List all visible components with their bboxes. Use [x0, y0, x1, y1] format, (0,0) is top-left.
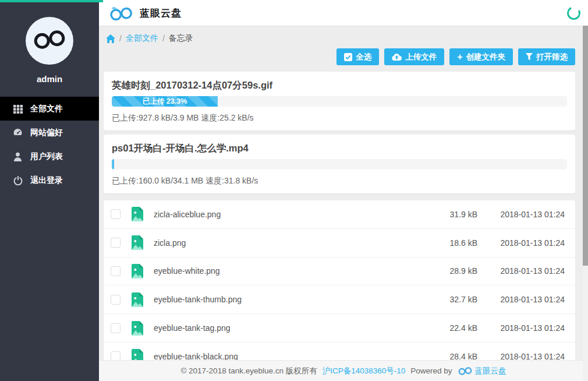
sidebar-item-label: 用户列表	[30, 151, 63, 162]
file-name[interactable]: eyeblue-white.png	[154, 266, 413, 276]
vertical-scrollbar[interactable]	[583, 26, 588, 381]
image-file-icon	[132, 292, 143, 307]
sidebar-item-label: 网站偏好	[30, 128, 63, 138]
upload-progress-bar: 已上传 0.5%	[112, 159, 567, 170]
select-all-button[interactable]: 全选	[336, 48, 379, 65]
upload-filename: ps01开场白-开场白.怎么学.mp4	[112, 142, 567, 154]
upload-card: ps01开场白-开场白.怎么学.mp4 已上传 0.5% 已上传:160.0 k…	[104, 135, 575, 193]
user-icon	[13, 151, 23, 161]
upload-file-button[interactable]: 上传文件	[384, 48, 444, 65]
image-file-icon	[132, 264, 143, 278]
sidebar-item-label: 全部文件	[30, 104, 63, 114]
footer-brand-link[interactable]: 蓝眼云盘	[475, 366, 506, 376]
progress-label: 已上传 0.5%	[113, 160, 114, 170]
row-checkbox[interactable]	[111, 295, 121, 305]
file-date: 2018-01-13 01:24	[477, 238, 565, 248]
file-name[interactable]: zicla.png	[154, 238, 413, 248]
file-size: 22.4 kB	[413, 323, 477, 333]
file-row[interactable]: zicla.png 18.6 kB 2018-01-13 01:24	[104, 229, 575, 257]
filter-icon	[526, 53, 533, 61]
file-name[interactable]: zicla-aliceblue.png	[154, 210, 413, 219]
toolbar: 全选 上传文件 + 创建文件夹 打开筛选	[104, 48, 575, 65]
app-logo-icon	[108, 5, 134, 20]
file-row[interactable]: zicla-aliceblue.png 31.9 kB 2018-01-13 0…	[104, 200, 575, 229]
file-name[interactable]: eyeblue-tank-thumb.png	[154, 295, 413, 304]
row-checkbox[interactable]	[111, 266, 121, 276]
file-list: zicla-aliceblue.png 31.9 kB 2018-01-13 0…	[104, 200, 575, 371]
power-icon	[13, 175, 23, 185]
main-content: / 全部文件 / 备忘录 全选 上传文件 + 创建文件夹 打开筛选	[99, 26, 588, 381]
cloud-upload-icon	[392, 53, 402, 61]
home-icon[interactable]	[106, 34, 115, 43]
upload-stats: 已上传:927.8 kB/3.9 MB 速度:25.2 kB/s	[112, 113, 567, 124]
file-row[interactable]: eyeblue-white.png 28.9 kB 2018-01-13 01:…	[104, 257, 575, 286]
sidebar-item-user-list[interactable]: 用户列表	[0, 144, 99, 168]
breadcrumb-separator: /	[162, 34, 165, 43]
powered-by-text: Powered by	[410, 366, 452, 375]
button-label: 打开筛选	[536, 52, 568, 62]
button-label: 上传文件	[405, 52, 437, 62]
button-label: 创建文件夹	[466, 52, 506, 62]
scrollbar-thumb[interactable]	[583, 26, 588, 266]
grid-icon	[13, 104, 23, 114]
copyright-text: © 2017-2018 tank.eyeblue.cn 版权所有	[180, 366, 317, 376]
image-file-icon	[132, 235, 143, 250]
sidebar-item-all-files[interactable]: 全部文件	[0, 97, 99, 121]
avatar	[26, 17, 73, 65]
file-name[interactable]: eyeblue-tank-tag.png	[154, 323, 413, 333]
breadcrumb-all-files[interactable]: 全部文件	[126, 33, 158, 44]
create-folder-button[interactable]: + 创建文件夹	[449, 48, 513, 65]
sidebar-item-logout[interactable]: 退出登录	[0, 168, 99, 192]
file-row[interactable]: eyeblue-tank-thumb.png 32.7 kB 2018-01-1…	[104, 285, 575, 314]
sidebar-item-site-preferences[interactable]: 网站偏好	[0, 121, 99, 144]
button-label: 全选	[356, 52, 371, 62]
open-filter-button[interactable]: 打开筛选	[518, 48, 575, 65]
plus-icon: +	[457, 52, 462, 62]
file-row[interactable]: eyeblue-tank-tag.png 22.4 kB 2018-01-13 …	[104, 314, 575, 343]
sidebar: admin 全部文件 网站偏好 用户列表 退出登录	[0, 0, 99, 381]
file-date: 2018-01-13 01:24	[477, 323, 565, 333]
upload-stats: 已上传:160.0 kB/34.1 MB 速度:31.8 kB/s	[112, 176, 567, 186]
sidebar-item-label: 退出登录	[30, 175, 63, 186]
file-date: 2018-01-13 01:24	[477, 295, 565, 304]
file-date: 2018-01-13 01:24	[477, 210, 565, 219]
check-square-icon	[344, 53, 352, 61]
footer: © 2017-2018 tank.eyeblue.cn 版权所有 沪ICP备14…	[99, 360, 588, 381]
breadcrumb-current: 备忘录	[169, 33, 193, 44]
loading-progress-bar	[0, 0, 103, 2]
row-checkbox[interactable]	[111, 323, 121, 333]
breadcrumb: / 全部文件 / 备忘录	[106, 33, 575, 44]
sidebar-menu: 全部文件 网站偏好 用户列表 退出登录	[0, 97, 99, 192]
header: 蓝眼云盘	[99, 0, 588, 26]
upload-card: 英雄时刻_20170312-14点07分59s.gif 已上传 23.3% 已上…	[104, 72, 575, 130]
file-size: 28.9 kB	[413, 266, 477, 276]
row-checkbox[interactable]	[111, 209, 121, 219]
infinity-logo-icon	[31, 30, 68, 52]
image-file-icon	[132, 207, 143, 221]
file-size: 31.9 kB	[413, 210, 477, 219]
username: admin	[0, 74, 99, 84]
progress-label: 已上传 23.3%	[143, 97, 187, 107]
file-size: 32.7 kB	[413, 295, 477, 304]
file-date: 2018-01-13 01:24	[477, 266, 565, 276]
upload-filename: 英雄时刻_20170312-14点07分59s.gif	[112, 79, 567, 91]
row-checkbox[interactable]	[111, 238, 121, 248]
upload-progress-bar: 已上传 23.3%	[112, 96, 567, 107]
icp-link[interactable]: 沪ICP备14038360号-10	[323, 366, 406, 376]
footer-logo-icon	[458, 366, 473, 375]
breadcrumb-separator: /	[119, 34, 122, 43]
image-file-icon	[132, 321, 143, 336]
app-title: 蓝眼云盘	[140, 6, 182, 20]
dashboard-icon	[13, 128, 23, 137]
file-size: 18.6 kB	[413, 238, 477, 248]
